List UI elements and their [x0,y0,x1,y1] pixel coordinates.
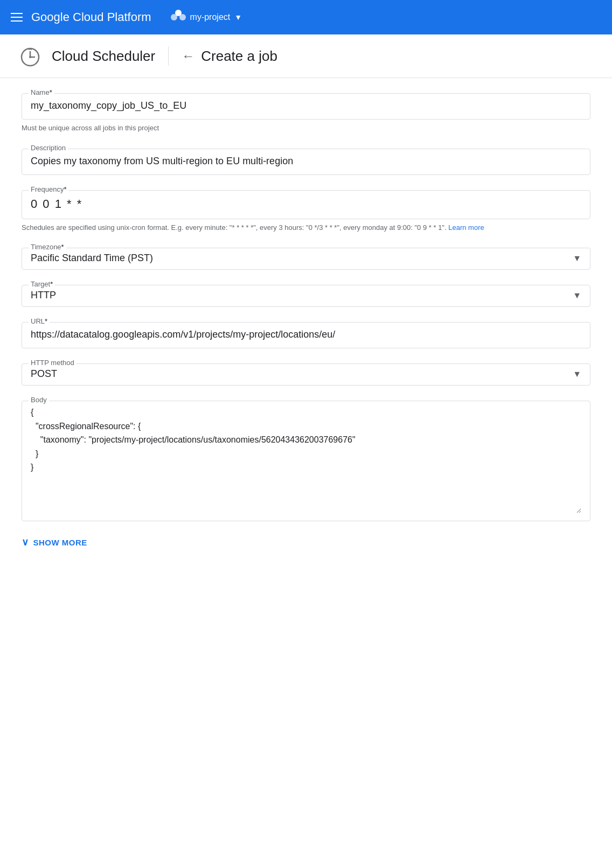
timezone-value: Pacific Standard Time (PST) [31,253,573,264]
target-field-group: Target* HTTP ▼ [22,285,590,307]
scheduler-icon [17,43,43,69]
learn-more-link[interactable]: Learn more [448,223,484,232]
service-name: Cloud Scheduler [52,48,155,65]
http-method-value: POST [31,368,573,380]
target-value: HTTP [31,290,573,301]
http-method-select[interactable]: HTTP method POST ▼ [22,363,590,386]
back-button[interactable]: ← Create a job [182,48,277,65]
body-field-container: Body { "crossRegionalResource": { "taxon… [22,401,590,521]
name-input[interactable] [31,98,581,114]
target-label: Target* [29,280,55,288]
body-field-group: Body { "crossRegionalResource": { "taxon… [22,401,590,521]
sub-header: Cloud Scheduler ← Create a job [0,34,612,78]
header-divider [168,46,169,66]
body-textarea[interactable]: { "crossRegionalResource": { "taxonomy":… [31,405,581,513]
name-hint: Must be unique across all jobs in this p… [22,123,590,134]
http-method-field-group: HTTP method POST ▼ [22,363,590,386]
page-title: Create a job [201,48,277,65]
http-method-dropdown-arrow[interactable]: ▼ [573,369,581,379]
back-arrow-icon: ← [182,48,194,64]
url-field-group: URL* [22,322,590,348]
url-label: URL* [29,317,50,325]
project-name: my-project [190,12,231,22]
body-label: Body [29,396,49,404]
top-navigation-bar: Google Cloud Platform my-project ▼ [0,0,612,34]
show-more-button[interactable]: ∨ SHOW MORE [22,536,590,548]
target-select[interactable]: Target* HTTP ▼ [22,285,590,307]
frequency-hint: Schedules are specified using unix-cron … [22,222,590,233]
description-input[interactable] [31,153,581,169]
project-selector[interactable]: my-project ▼ [171,10,242,25]
description-label: Description [29,144,68,152]
timezone-select[interactable]: Timezone* Pacific Standard Time (PST) ▼ [22,248,590,270]
timezone-field-group: Timezone* Pacific Standard Time (PST) ▼ [22,248,590,270]
target-dropdown-arrow[interactable]: ▼ [573,291,581,300]
frequency-field-container: Frequency* [22,190,590,219]
name-field-container: Name* [22,93,590,120]
app-title: Google Cloud Platform [31,10,151,24]
timezone-dropdown-arrow[interactable]: ▼ [573,254,581,263]
project-dropdown-chevron: ▼ [234,13,242,22]
project-icon [171,10,186,25]
frequency-field-group: Frequency* Schedules are specified using… [22,190,590,233]
timezone-label: Timezone* [29,243,66,251]
form-area: Name* Must be unique across all jobs in … [0,78,612,570]
menu-icon[interactable] [11,13,23,22]
frequency-input[interactable] [31,195,581,213]
show-more-chevron-icon: ∨ [22,536,29,548]
description-field-group: Description [22,149,590,175]
description-field-container: Description [22,149,590,175]
svg-line-5 [30,48,31,50]
http-method-label: HTTP method [29,359,76,367]
frequency-label: Frequency* [29,185,68,193]
name-field-group: Name* Must be unique across all jobs in … [22,93,590,134]
show-more-label: SHOW MORE [33,538,87,547]
name-label: Name* [29,88,54,96]
url-input[interactable] [31,327,581,342]
url-field-container: URL* [22,322,590,348]
